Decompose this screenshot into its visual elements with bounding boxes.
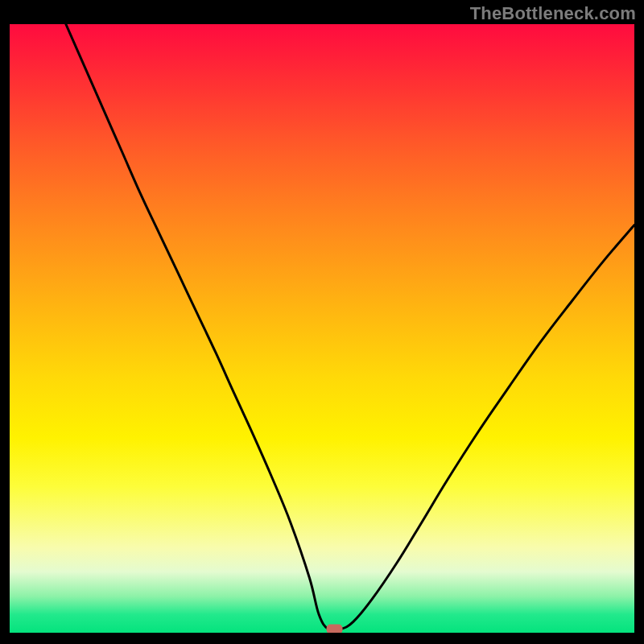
curve-svg (10, 24, 634, 633)
optimum-marker (327, 624, 343, 633)
watermark-text: TheBottleneck.com (470, 3, 636, 24)
plot-area (10, 24, 634, 633)
bottleneck-curve (66, 24, 634, 630)
chart-frame: TheBottleneck.com (0, 0, 644, 644)
